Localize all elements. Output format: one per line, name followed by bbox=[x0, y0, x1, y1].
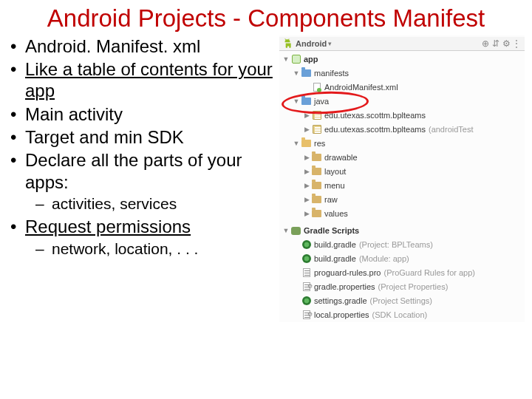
tree-label: build.gradle bbox=[314, 238, 356, 252]
tree-node-values[interactable]: ▶values bbox=[281, 207, 525, 221]
bullet-item: Main activity bbox=[10, 103, 275, 125]
expand-arrow-icon[interactable]: ▶ bbox=[303, 154, 310, 161]
spacer-icon bbox=[293, 311, 300, 318]
bullet-item: Target and min SDK bbox=[10, 126, 275, 148]
expand-arrow-icon[interactable]: ▼ bbox=[293, 98, 300, 105]
expand-arrow-icon[interactable]: ▶ bbox=[303, 112, 310, 119]
tree-node-manifests[interactable]: ▼manifests bbox=[281, 66, 525, 81]
res-folder-icon bbox=[311, 194, 322, 205]
tree-node-manifest-file[interactable]: AndroidManifest.xml bbox=[281, 81, 525, 95]
tree-node-local-properties[interactable]: local.properties(SDK Location) bbox=[281, 308, 525, 322]
spacer-icon bbox=[293, 255, 300, 262]
tree-note: (Project: BPLTeams) bbox=[359, 238, 433, 252]
tree-label: values bbox=[324, 207, 348, 221]
bullet-link[interactable]: Request permissions bbox=[25, 216, 191, 236]
android-icon bbox=[282, 38, 293, 49]
tree-label: edu.utexas.scottm.bplteams bbox=[324, 109, 426, 123]
expand-arrow-icon[interactable]: ▼ bbox=[282, 227, 290, 234]
tree-note: (Module: app) bbox=[359, 252, 409, 266]
tree-label: raw bbox=[324, 193, 338, 207]
tree-label: local.properties bbox=[314, 308, 369, 322]
tree-node-package[interactable]: ▶edu.utexas.scottm.bplteams(androidTest bbox=[281, 123, 525, 137]
tree-label: AndroidManifest.xml bbox=[324, 81, 398, 95]
gradle-file-icon bbox=[301, 296, 312, 307]
chevron-down-icon[interactable]: ▾ bbox=[328, 40, 332, 47]
tree-label: build.gradle bbox=[314, 252, 356, 266]
tree-node-gradle-file[interactable]: build.gradle(Module: app) bbox=[281, 252, 525, 266]
expand-arrow-icon[interactable]: ▶ bbox=[303, 168, 310, 175]
res-folder-icon bbox=[311, 166, 322, 177]
tree-note: (androidTest bbox=[429, 123, 474, 137]
tree-node-proguard[interactable]: proguard-rules.pro(ProGuard Rules for ap… bbox=[281, 266, 525, 280]
tree-note: (ProGuard Rules for app) bbox=[384, 266, 476, 280]
expand-arrow-icon[interactable]: ▶ bbox=[303, 196, 310, 203]
expand-arrow-icon[interactable]: ▼ bbox=[293, 69, 300, 77]
bullet-list: Android. Manifest. xml Like a table of c… bbox=[10, 35, 275, 258]
tree-label: gradle.properties bbox=[314, 280, 375, 294]
bullet-text: Target and min SDK bbox=[25, 127, 184, 147]
target-icon[interactable]: ⊕ bbox=[480, 38, 491, 49]
expand-arrow-icon[interactable]: ▶ bbox=[303, 182, 310, 189]
tree-node-app[interactable]: ▼app bbox=[281, 52, 525, 66]
tree-node-properties[interactable]: gradle.properties(Project Properties) bbox=[281, 280, 525, 294]
tree-label: app bbox=[304, 52, 318, 66]
bullet-text: Declare all the parts of your apps: bbox=[25, 150, 242, 191]
sub-bullet-list: activities, services bbox=[25, 194, 275, 214]
tree-node-layout[interactable]: ▶layout bbox=[281, 165, 525, 179]
bullet-text: Main activity bbox=[25, 104, 123, 124]
bullet-item: Android. Manifest. xml bbox=[10, 35, 275, 57]
res-folder-icon bbox=[311, 208, 322, 219]
module-icon bbox=[290, 54, 301, 65]
properties-file-icon bbox=[301, 282, 312, 293]
res-folder-icon bbox=[311, 152, 322, 163]
package-icon bbox=[311, 110, 322, 121]
expand-arrow-icon[interactable]: ▼ bbox=[293, 140, 300, 147]
sub-bullet-text: activities, services bbox=[52, 195, 177, 212]
tree-label: settings.gradle bbox=[314, 294, 367, 308]
tree-node-res[interactable]: ▼res bbox=[281, 137, 525, 151]
res-folder-icon bbox=[311, 180, 322, 191]
tree-node-settings-gradle[interactable]: settings.gradle(Project Settings) bbox=[281, 294, 525, 308]
slide-body: Android. Manifest. xml Like a table of c… bbox=[0, 35, 532, 322]
tree-node-gradle-file[interactable]: build.gradle(Project: BPLTeams) bbox=[281, 238, 525, 252]
sub-bullet-list: network, location, . . . bbox=[25, 239, 275, 259]
gear-icon[interactable]: ⚙ bbox=[501, 38, 511, 49]
spacer-icon bbox=[293, 241, 300, 248]
tree-node-gradle-scripts[interactable]: ▼Gradle Scripts bbox=[281, 224, 525, 238]
xml-file-icon bbox=[311, 82, 322, 93]
expand-arrow-icon[interactable]: ▶ bbox=[303, 126, 310, 133]
expand-arrow-icon[interactable]: ▶ bbox=[303, 210, 310, 217]
gradle-file-icon bbox=[301, 253, 312, 265]
project-tree: ▼app ▼manifests AndroidManifest.xml ▼jav… bbox=[279, 51, 525, 322]
bullet-text: Android. Manifest. xml bbox=[25, 36, 200, 56]
bullet-item: Like a table of contents for your app bbox=[10, 58, 275, 102]
gradle-file-icon bbox=[301, 239, 312, 250]
package-icon bbox=[311, 124, 322, 135]
sub-bullet-text: network, location, . . . bbox=[52, 240, 198, 257]
tree-label: drawable bbox=[324, 151, 358, 165]
bullet-item: Declare all the parts of your apps: acti… bbox=[10, 149, 275, 213]
tree-node-package[interactable]: ▶edu.utexas.scottm.bplteams bbox=[281, 109, 525, 123]
tree-label: res bbox=[314, 137, 325, 151]
spacer-icon bbox=[303, 83, 310, 91]
tree-node-raw[interactable]: ▶raw bbox=[281, 193, 525, 207]
gradle-icon bbox=[290, 225, 301, 236]
panel-dropdown[interactable]: Android bbox=[296, 39, 327, 48]
tree-label: proguard-rules.pro bbox=[314, 266, 381, 280]
tree-node-drawable[interactable]: ▶drawable bbox=[281, 151, 525, 165]
collapse-icon[interactable]: ⇵ bbox=[491, 38, 501, 49]
bullet-item: Request permissions network, location, .… bbox=[10, 216, 275, 258]
properties-file-icon bbox=[301, 310, 312, 321]
tree-label: menu bbox=[324, 179, 345, 193]
tree-node-java[interactable]: ▼java bbox=[281, 95, 525, 109]
folder-icon bbox=[301, 138, 312, 149]
tree-node-menu[interactable]: ▶menu bbox=[281, 179, 525, 193]
slide-title: Android Projects - Components Manifest bbox=[0, 0, 532, 35]
tree-label: layout bbox=[324, 165, 346, 179]
tree-label: java bbox=[314, 95, 329, 109]
bullet-link[interactable]: Like a table of contents for your app bbox=[25, 59, 273, 100]
menu-icon[interactable]: ⋮ bbox=[511, 38, 522, 49]
tree-label: edu.utexas.scottm.bplteams bbox=[324, 123, 426, 137]
tree-note: (Project Properties) bbox=[378, 280, 449, 294]
expand-arrow-icon[interactable]: ▼ bbox=[282, 55, 290, 63]
